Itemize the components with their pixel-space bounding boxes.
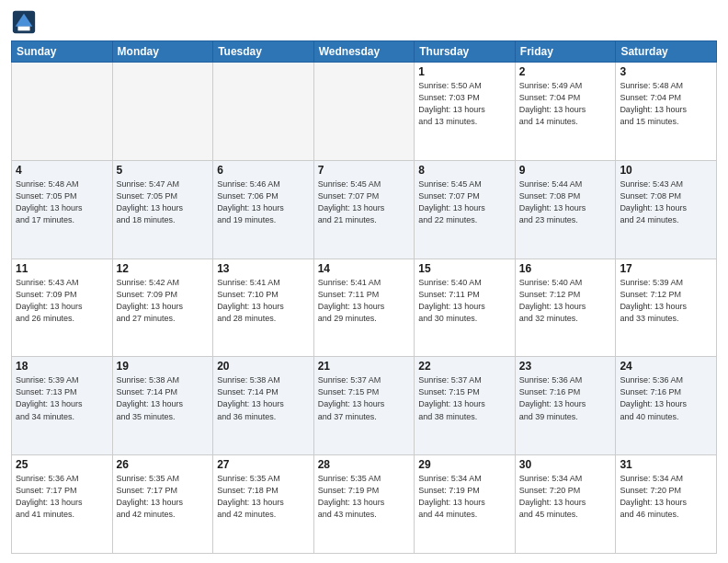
day-number: 14 <box>318 262 411 275</box>
day-cell: 28Sunrise: 5:35 AM Sunset: 7:19 PM Dayli… <box>313 455 415 554</box>
day-info: Sunrise: 5:40 AM Sunset: 7:11 PM Dayligh… <box>418 277 511 325</box>
day-number: 5 <box>117 164 210 177</box>
day-info: Sunrise: 5:36 AM Sunset: 7:16 PM Dayligh… <box>519 374 612 422</box>
logo <box>11 9 40 35</box>
day-cell: 29Sunrise: 5:34 AM Sunset: 7:19 PM Dayli… <box>415 455 516 554</box>
day-number: 25 <box>16 458 108 471</box>
day-cell: 13Sunrise: 5:41 AM Sunset: 7:10 PM Dayli… <box>213 259 314 357</box>
day-number: 10 <box>620 164 712 177</box>
day-number: 9 <box>519 164 612 177</box>
day-cell: 14Sunrise: 5:41 AM Sunset: 7:11 PM Dayli… <box>313 259 415 357</box>
day-cell: 5Sunrise: 5:47 AM Sunset: 7:05 PM Daylig… <box>112 160 213 259</box>
day-cell: 31Sunrise: 5:34 AM Sunset: 7:20 PM Dayli… <box>616 455 717 554</box>
day-info: Sunrise: 5:43 AM Sunset: 7:09 PM Dayligh… <box>16 277 108 325</box>
day-info: Sunrise: 5:35 AM Sunset: 7:18 PM Dayligh… <box>217 473 310 521</box>
day-cell: 16Sunrise: 5:40 AM Sunset: 7:12 PM Dayli… <box>515 259 616 357</box>
day-info: Sunrise: 5:38 AM Sunset: 7:14 PM Dayligh… <box>217 374 310 422</box>
day-number: 17 <box>620 262 712 275</box>
day-number: 16 <box>519 262 612 275</box>
day-cell: 6Sunrise: 5:46 AM Sunset: 7:06 PM Daylig… <box>213 160 314 259</box>
week-row-1: 1Sunrise: 5:50 AM Sunset: 7:03 PM Daylig… <box>12 63 717 161</box>
day-cell: 24Sunrise: 5:36 AM Sunset: 7:16 PM Dayli… <box>616 357 717 455</box>
day-number: 13 <box>217 262 310 275</box>
day-info: Sunrise: 5:34 AM Sunset: 7:19 PM Dayligh… <box>418 473 511 521</box>
day-number: 3 <box>620 65 712 78</box>
day-cell: 26Sunrise: 5:35 AM Sunset: 7:17 PM Dayli… <box>112 455 213 554</box>
week-row-4: 18Sunrise: 5:39 AM Sunset: 7:13 PM Dayli… <box>12 357 717 455</box>
day-cell: 2Sunrise: 5:49 AM Sunset: 7:04 PM Daylig… <box>515 63 616 161</box>
day-number: 28 <box>318 458 411 471</box>
day-info: Sunrise: 5:38 AM Sunset: 7:14 PM Dayligh… <box>117 374 210 422</box>
day-cell: 18Sunrise: 5:39 AM Sunset: 7:13 PM Dayli… <box>12 357 113 455</box>
day-info: Sunrise: 5:39 AM Sunset: 7:13 PM Dayligh… <box>16 374 108 422</box>
day-cell: 15Sunrise: 5:40 AM Sunset: 7:11 PM Dayli… <box>415 259 516 357</box>
day-cell: 22Sunrise: 5:37 AM Sunset: 7:15 PM Dayli… <box>415 357 516 455</box>
day-info: Sunrise: 5:45 AM Sunset: 7:07 PM Dayligh… <box>318 178 411 226</box>
day-info: Sunrise: 5:36 AM Sunset: 7:16 PM Dayligh… <box>620 374 712 422</box>
day-number: 12 <box>117 262 210 275</box>
day-info: Sunrise: 5:37 AM Sunset: 7:15 PM Dayligh… <box>318 374 411 422</box>
day-cell: 23Sunrise: 5:36 AM Sunset: 7:16 PM Dayli… <box>515 357 616 455</box>
day-cell: 10Sunrise: 5:43 AM Sunset: 7:08 PM Dayli… <box>616 160 717 259</box>
weekday-header-thursday: Thursday <box>415 41 516 63</box>
week-row-2: 4Sunrise: 5:48 AM Sunset: 7:05 PM Daylig… <box>12 160 717 259</box>
day-info: Sunrise: 5:48 AM Sunset: 7:04 PM Dayligh… <box>620 80 712 128</box>
day-info: Sunrise: 5:37 AM Sunset: 7:15 PM Dayligh… <box>418 374 511 422</box>
day-number: 8 <box>418 164 511 177</box>
weekday-header-wednesday: Wednesday <box>313 41 415 63</box>
day-number: 19 <box>117 360 210 373</box>
day-number: 2 <box>519 65 612 78</box>
day-cell: 30Sunrise: 5:34 AM Sunset: 7:20 PM Dayli… <box>515 455 616 554</box>
day-cell: 8Sunrise: 5:45 AM Sunset: 7:07 PM Daylig… <box>415 160 516 259</box>
day-cell: 4Sunrise: 5:48 AM Sunset: 7:05 PM Daylig… <box>12 160 113 259</box>
weekday-header-sunday: Sunday <box>12 41 113 63</box>
day-info: Sunrise: 5:42 AM Sunset: 7:09 PM Dayligh… <box>117 277 210 325</box>
day-cell: 17Sunrise: 5:39 AM Sunset: 7:12 PM Dayli… <box>616 259 717 357</box>
weekday-header-tuesday: Tuesday <box>213 41 314 63</box>
day-info: Sunrise: 5:36 AM Sunset: 7:17 PM Dayligh… <box>16 473 108 521</box>
day-info: Sunrise: 5:35 AM Sunset: 7:17 PM Dayligh… <box>117 473 210 521</box>
day-cell <box>213 63 314 161</box>
day-cell: 27Sunrise: 5:35 AM Sunset: 7:18 PM Dayli… <box>213 455 314 554</box>
day-info: Sunrise: 5:48 AM Sunset: 7:05 PM Dayligh… <box>16 178 108 226</box>
day-info: Sunrise: 5:50 AM Sunset: 7:03 PM Dayligh… <box>418 80 511 128</box>
day-info: Sunrise: 5:34 AM Sunset: 7:20 PM Dayligh… <box>620 473 712 521</box>
day-number: 4 <box>16 164 108 177</box>
day-number: 21 <box>318 360 411 373</box>
day-number: 1 <box>418 65 511 78</box>
header <box>11 9 717 35</box>
day-number: 7 <box>318 164 411 177</box>
day-number: 22 <box>418 360 511 373</box>
day-cell <box>313 63 415 161</box>
day-number: 29 <box>418 458 511 471</box>
logo-icon <box>11 9 37 35</box>
day-number: 11 <box>16 262 108 275</box>
day-info: Sunrise: 5:40 AM Sunset: 7:12 PM Dayligh… <box>519 277 612 325</box>
day-cell: 12Sunrise: 5:42 AM Sunset: 7:09 PM Dayli… <box>112 259 213 357</box>
week-row-5: 25Sunrise: 5:36 AM Sunset: 7:17 PM Dayli… <box>12 455 717 554</box>
weekday-header-monday: Monday <box>112 41 213 63</box>
week-row-3: 11Sunrise: 5:43 AM Sunset: 7:09 PM Dayli… <box>12 259 717 357</box>
calendar-table: SundayMondayTuesdayWednesdayThursdayFrid… <box>11 40 717 554</box>
day-cell: 21Sunrise: 5:37 AM Sunset: 7:15 PM Dayli… <box>313 357 415 455</box>
day-info: Sunrise: 5:43 AM Sunset: 7:08 PM Dayligh… <box>620 178 712 226</box>
day-number: 30 <box>519 458 612 471</box>
day-cell: 1Sunrise: 5:50 AM Sunset: 7:03 PM Daylig… <box>415 63 516 161</box>
day-number: 24 <box>620 360 712 373</box>
day-cell: 9Sunrise: 5:44 AM Sunset: 7:08 PM Daylig… <box>515 160 616 259</box>
day-info: Sunrise: 5:34 AM Sunset: 7:20 PM Dayligh… <box>519 473 612 521</box>
day-cell <box>112 63 213 161</box>
day-cell: 7Sunrise: 5:45 AM Sunset: 7:07 PM Daylig… <box>313 160 415 259</box>
day-number: 15 <box>418 262 511 275</box>
page: SundayMondayTuesdayWednesdayThursdayFrid… <box>0 0 728 563</box>
day-number: 20 <box>217 360 310 373</box>
weekday-header-friday: Friday <box>515 41 616 63</box>
day-info: Sunrise: 5:35 AM Sunset: 7:19 PM Dayligh… <box>318 473 411 521</box>
day-number: 26 <box>117 458 210 471</box>
day-cell: 25Sunrise: 5:36 AM Sunset: 7:17 PM Dayli… <box>12 455 113 554</box>
day-cell: 3Sunrise: 5:48 AM Sunset: 7:04 PM Daylig… <box>616 63 717 161</box>
day-info: Sunrise: 5:41 AM Sunset: 7:11 PM Dayligh… <box>318 277 411 325</box>
day-number: 18 <box>16 360 108 373</box>
day-info: Sunrise: 5:39 AM Sunset: 7:12 PM Dayligh… <box>620 277 712 325</box>
day-cell: 20Sunrise: 5:38 AM Sunset: 7:14 PM Dayli… <box>213 357 314 455</box>
